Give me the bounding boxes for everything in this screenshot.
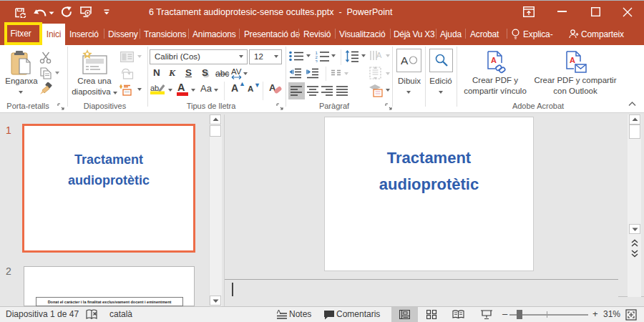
- svg-text:A: A: [401, 54, 409, 67]
- svg-text:3: 3: [316, 59, 318, 63]
- svg-text:A: A: [570, 56, 575, 64]
- svg-text:ab: ab: [150, 84, 159, 92]
- svg-text:A: A: [491, 56, 497, 64]
- svg-text:A: A: [376, 51, 382, 59]
